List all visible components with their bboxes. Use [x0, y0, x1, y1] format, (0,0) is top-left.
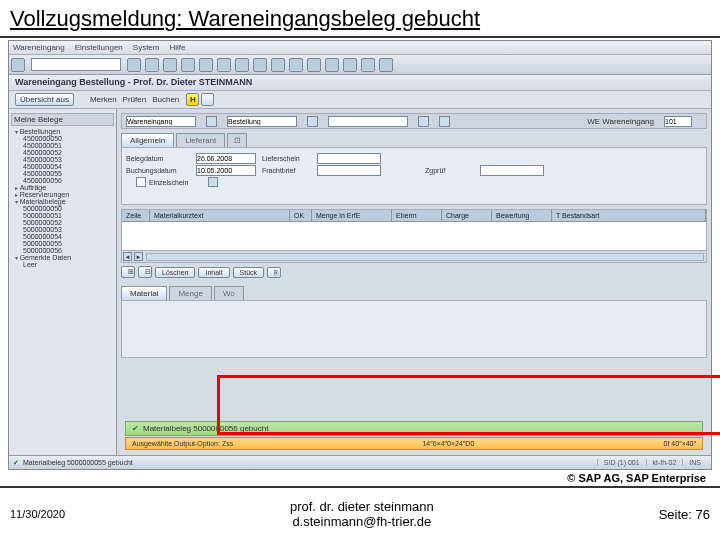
tree-item[interactable]: 5000000054: [11, 233, 114, 240]
left-tree-panel: Meine Belege Bestellungen 4500000050 450…: [9, 109, 117, 455]
col-zeile[interactable]: Zeile: [122, 210, 150, 221]
tree-section-auftraege[interactable]: Aufträge: [11, 184, 114, 191]
tab-allgemein[interactable]: Allgemein: [121, 133, 174, 147]
tab-material[interactable]: Material: [121, 286, 167, 300]
po-number-input[interactable]: [328, 116, 408, 127]
command-bar: [9, 55, 711, 75]
tree-item[interactable]: 5000000052: [11, 219, 114, 226]
pruefen-button[interactable]: Prüfen: [123, 95, 147, 104]
tree-item[interactable]: 5000000053: [11, 226, 114, 233]
tree-item[interactable]: 5000000051: [11, 212, 114, 219]
ok-icon[interactable]: [11, 58, 25, 72]
zgpruef-input[interactable]: [480, 165, 544, 176]
merken-button[interactable]: Merken: [90, 95, 117, 104]
output-right: 0f 40″×40″: [664, 440, 696, 447]
tree-item[interactable]: 4500000051: [11, 142, 114, 149]
menu-wareneingang[interactable]: Wareneingang: [13, 43, 65, 52]
btn-extra-icon[interactable]: ⎘: [267, 267, 281, 278]
buchungsdatum-label: Buchungsdatum: [126, 167, 196, 174]
scroll-right-icon[interactable]: ►: [134, 252, 143, 261]
findnext-icon[interactable]: [235, 58, 249, 72]
einzelschein-checkbox[interactable]: [136, 177, 146, 187]
item-grid: Zeile Materialkurztext OK Menge in ErfE …: [121, 209, 707, 263]
exit-icon[interactable]: [163, 58, 177, 72]
status-message: Materialbeleg 5000000055 gebucht: [23, 459, 133, 466]
execute-icon[interactable]: [418, 116, 429, 127]
back-icon[interactable]: [145, 58, 159, 72]
tcode-input[interactable]: [31, 58, 121, 71]
first-icon[interactable]: [253, 58, 267, 72]
menu-hilfe[interactable]: Hilfe: [169, 43, 185, 52]
newsession-icon[interactable]: [325, 58, 339, 72]
help-h-button[interactable]: H: [186, 93, 199, 106]
cancel-icon[interactable]: [181, 58, 195, 72]
hide-overview-button[interactable]: Übersicht aus: [15, 93, 74, 106]
mvt-code[interactable]: [664, 116, 692, 127]
col-eberm[interactable]: Eberm: [392, 210, 442, 221]
btn-loeschen[interactable]: Löschen: [155, 267, 195, 278]
tab-lieferant[interactable]: Lieferant: [176, 133, 225, 147]
print-icon[interactable]: [199, 58, 213, 72]
tree-title: Meine Belege: [11, 113, 114, 126]
tree-item[interactable]: 4500000054: [11, 163, 114, 170]
btn-deselectall[interactable]: ⊟: [138, 266, 152, 278]
tree-item[interactable]: 5000000056: [11, 247, 114, 254]
help-icon[interactable]: [361, 58, 375, 72]
menu-system[interactable]: System: [133, 43, 160, 52]
buchungsdatum-input[interactable]: [196, 165, 256, 176]
col-bewertung[interactable]: Bewertung: [492, 210, 552, 221]
col-material[interactable]: Materialkurztext: [150, 210, 290, 221]
toolbar-extra-icon[interactable]: [201, 93, 214, 106]
prev-icon[interactable]: [271, 58, 285, 72]
tab-menge[interactable]: Menge: [169, 286, 211, 300]
slide-footer: 11/30/2020 prof. dr. dieter steinmann d.…: [0, 486, 720, 540]
scroll-left-icon[interactable]: ◄: [123, 252, 132, 261]
shortcut-icon[interactable]: [343, 58, 357, 72]
reference-dd[interactable]: [227, 116, 297, 127]
last-icon[interactable]: [307, 58, 321, 72]
tree-item[interactable]: 4500000052: [11, 149, 114, 156]
col-menge[interactable]: Menge in ErfE: [312, 210, 392, 221]
tree-item[interactable]: 4500000056: [11, 177, 114, 184]
buchen-button[interactable]: Buchen: [152, 95, 179, 104]
tree-section-gemerkte[interactable]: Gemerkte Daten: [11, 254, 114, 261]
find-icon[interactable]: [217, 58, 231, 72]
hscrollbar[interactable]: [146, 253, 704, 261]
save-icon[interactable]: [127, 58, 141, 72]
belegdatum-input[interactable]: [196, 153, 256, 164]
transaction-dd[interactable]: [126, 116, 196, 127]
dd-icon[interactable]: [307, 116, 318, 127]
tree-item[interactable]: 4500000053: [11, 156, 114, 163]
btn-stueck[interactable]: Stück: [233, 267, 265, 278]
tree-item[interactable]: 5000000055: [11, 240, 114, 247]
tab-wo[interactable]: Wo: [214, 286, 244, 300]
menubar: Wareneingang Einstellungen System Hilfe: [9, 41, 711, 55]
tree-item[interactable]: 4500000050: [11, 135, 114, 142]
col-ok[interactable]: OK: [290, 210, 312, 221]
col-bestandsart[interactable]: T Bestandsart: [552, 210, 706, 221]
next-icon[interactable]: [289, 58, 303, 72]
tree-section-bestellungen[interactable]: Bestellungen: [11, 128, 114, 135]
dd-icon[interactable]: [208, 177, 218, 187]
grid-body[interactable]: [122, 222, 706, 250]
btn-inhalt[interactable]: Inhalt: [198, 267, 229, 278]
tree-item[interactable]: 4500000055: [11, 170, 114, 177]
tree-section-materialbelege[interactable]: Materialbelege: [11, 198, 114, 205]
menu-einstellungen[interactable]: Einstellungen: [75, 43, 123, 52]
settings-icon[interactable]: [379, 58, 393, 72]
zgpruef-label: Zgprüf: [425, 167, 480, 174]
mvt-label: WE Wareneingang: [587, 117, 654, 126]
tree-section-reservierungen[interactable]: Reservierungen: [11, 191, 114, 198]
item-button-bar: ⊞ ⊟ Löschen Inhalt Stück ⎘: [121, 266, 707, 278]
col-charge[interactable]: Charge: [442, 210, 492, 221]
tree-item[interactable]: 5000000050: [11, 205, 114, 212]
execute2-icon[interactable]: [439, 116, 450, 127]
success-message: Materialbeleg 5000000056 gebucht: [125, 421, 703, 436]
btn-selectall[interactable]: ⊞: [121, 266, 135, 278]
lieferschein-input[interactable]: [317, 153, 381, 164]
status-sid: SID (1) 001: [597, 459, 646, 466]
output-mid: 14″6×4″0×24″D0: [422, 440, 474, 447]
frachtbrief-input[interactable]: [317, 165, 381, 176]
tab-info-icon[interactable]: ⊡: [227, 133, 247, 147]
dd-icon[interactable]: [206, 116, 217, 127]
